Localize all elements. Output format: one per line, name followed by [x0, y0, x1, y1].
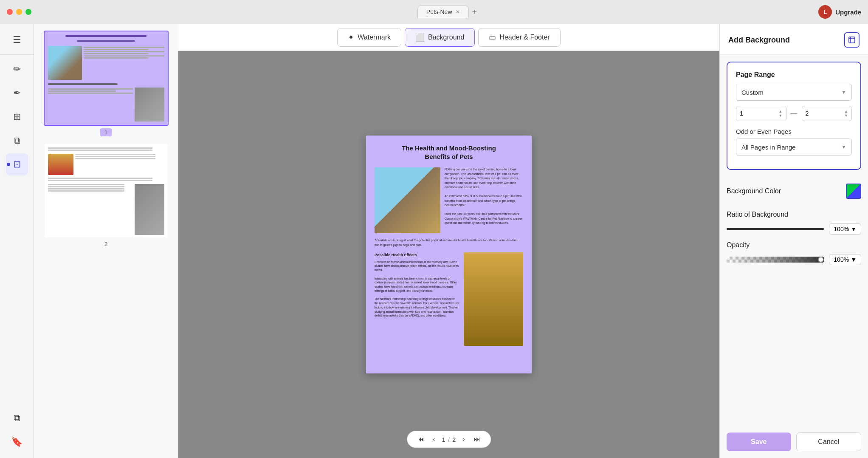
sidebar-item-combine[interactable]: ⧉: [6, 130, 28, 152]
from-value-input[interactable]: [740, 110, 757, 117]
thumbnail-preview-1: [45, 31, 168, 125]
range-from-input[interactable]: ▲ ▼: [736, 106, 786, 121]
new-tab-button[interactable]: +: [469, 6, 481, 19]
upgrade-button[interactable]: L Upgrade: [818, 5, 861, 19]
opacity-label: Opacity: [727, 241, 861, 249]
from-decrement[interactable]: ▼: [779, 114, 783, 118]
sidebar-item-layers[interactable]: ⧉: [6, 407, 28, 429]
tab-bar: Pets-New ✕ +: [37, 6, 861, 19]
panel-action-button[interactable]: [844, 32, 860, 48]
combine-icon: ⧉: [14, 135, 20, 146]
tab-background[interactable]: ⬜ Background: [405, 28, 475, 47]
sidebar-item-organize[interactable]: ⊞: [6, 106, 28, 128]
tab-close-icon[interactable]: ✕: [456, 9, 460, 15]
bg-color-row: Background Color: [727, 177, 861, 204]
ratio-chevron: ▼: [851, 226, 857, 232]
window-controls[interactable]: [7, 9, 31, 15]
thumb-title-bar-2: [77, 40, 135, 42]
opacity-slider-track[interactable]: [727, 257, 824, 263]
t2lb-1: [48, 184, 124, 185]
thumb-lines-2: [48, 88, 133, 122]
document-tab[interactable]: Pets-New ✕: [417, 6, 469, 18]
thumbnail-page-1[interactable]: 1: [41, 31, 171, 136]
range-inputs: ▲ ▼ — ▲ ▼: [736, 106, 852, 121]
thumb-dog-image: [135, 88, 164, 122]
ratio-label: Ratio of Background: [727, 211, 861, 218]
document-view: The Health and Mood-BoostingBenefits of …: [178, 51, 719, 458]
save-button[interactable]: Save: [727, 433, 791, 451]
opacity-gradient: [727, 257, 824, 263]
page-number-badge-1: 1: [100, 128, 112, 136]
last-page-button[interactable]: ⏭: [472, 435, 482, 444]
thumbnail-page-2[interactable]: 2: [41, 143, 171, 247]
thumb2-row-1: [48, 154, 164, 175]
watermark-icon: ✦: [348, 33, 354, 42]
thumb2-img-hat-cat: [48, 154, 73, 175]
thumbnail-frame-2: [44, 143, 169, 238]
to-increment[interactable]: ▲: [844, 110, 848, 113]
organize-pages-icon: ⊞: [13, 111, 21, 122]
opacity-value-dropdown[interactable]: 100% ▼: [829, 254, 861, 265]
close-button[interactable]: [7, 9, 13, 15]
thumb-line-5: [84, 55, 164, 57]
thumbnail-panel: 1: [34, 24, 178, 458]
to-decrement[interactable]: ▼: [844, 114, 848, 118]
t2l-3: [75, 154, 155, 155]
prev-page-button[interactable]: ‹: [431, 435, 437, 444]
thumb-line-4: [84, 53, 148, 54]
page-range-dropdown[interactable]: Custom ▼: [736, 84, 852, 101]
thumb-cat-image: [48, 46, 82, 80]
cancel-button[interactable]: Cancel: [796, 433, 862, 451]
toolbar: ✦ Watermark ⬜ Background ▭ Header & Foot…: [178, 24, 719, 51]
thumb-content-row: [48, 46, 164, 80]
thumbnail-preview-2: [45, 144, 168, 237]
doc-cat-image: [375, 167, 440, 233]
opacity-handle[interactable]: [818, 257, 824, 263]
odd-even-dropdown[interactable]: All Pages in Range ▼: [736, 139, 852, 155]
doc-section-top: Nothing compares to the joy of coming ho…: [375, 167, 523, 233]
tab-title: Pets-New: [426, 8, 452, 15]
header-footer-icon: ▭: [489, 33, 496, 42]
svg-rect-0: [849, 37, 855, 43]
ratio-slider-fill: [727, 228, 824, 230]
ratio-row: 100% ▼: [727, 223, 861, 235]
ratio-slider-track[interactable]: [727, 228, 824, 230]
sidebar-item-annotate[interactable]: ✒: [6, 82, 28, 104]
first-page-button[interactable]: ⏮: [416, 435, 426, 444]
tl-1: [48, 88, 133, 90]
tab-watermark[interactable]: ✦ Watermark: [337, 28, 401, 47]
ratio-value: 100%: [834, 226, 849, 232]
range-dash: —: [791, 110, 798, 117]
from-increment[interactable]: ▲: [779, 110, 783, 113]
tab-header-footer[interactable]: ▭ Header & Footer: [478, 28, 560, 47]
t2lm-2: [48, 180, 153, 181]
ratio-value-dropdown[interactable]: 100% ▼: [829, 223, 861, 235]
color-picker-button[interactable]: [846, 184, 861, 199]
to-spinner[interactable]: ▲ ▼: [844, 110, 848, 118]
left-sidebar: ☰ ✏ ✒ ⊞ ⧉ ⊡ ⧉ 🔖: [0, 24, 34, 458]
title-bar: Pets-New ✕ + L Upgrade: [0, 0, 868, 24]
current-page-number: 1: [442, 436, 445, 443]
opacity-row: 100% ▼: [727, 254, 861, 265]
layers-icon: ⧉: [14, 413, 20, 424]
edit-pencil-icon: ✏: [13, 64, 21, 75]
t2lm-1: [48, 178, 153, 179]
thumb-line-2: [84, 49, 148, 50]
thumb-line-6: [84, 57, 148, 59]
range-to-input[interactable]: ▲ ▼: [802, 106, 852, 121]
page-indicator: 1 / 2: [442, 436, 456, 443]
sidebar-item-bookmark[interactable]: 🔖: [6, 431, 28, 453]
right-panel-title: Add Background: [728, 36, 790, 45]
to-value-input[interactable]: [806, 110, 823, 117]
minimize-button[interactable]: [16, 9, 22, 15]
doc-section-health: Possible Health Effects Research on huma…: [375, 252, 523, 346]
from-spinner[interactable]: ▲ ▼: [779, 110, 783, 118]
sidebar-item-edit[interactable]: ✏: [6, 58, 28, 80]
sidebar-item-background[interactable]: ⊡: [6, 153, 28, 175]
thumb-line-1: [84, 47, 164, 48]
t2lb-4: [48, 190, 124, 192]
maximize-button[interactable]: [25, 9, 31, 15]
sidebar-item-document[interactable]: ☰: [6, 29, 28, 51]
next-page-button[interactable]: ›: [461, 435, 466, 444]
thumb-title-bar-1: [65, 35, 147, 37]
